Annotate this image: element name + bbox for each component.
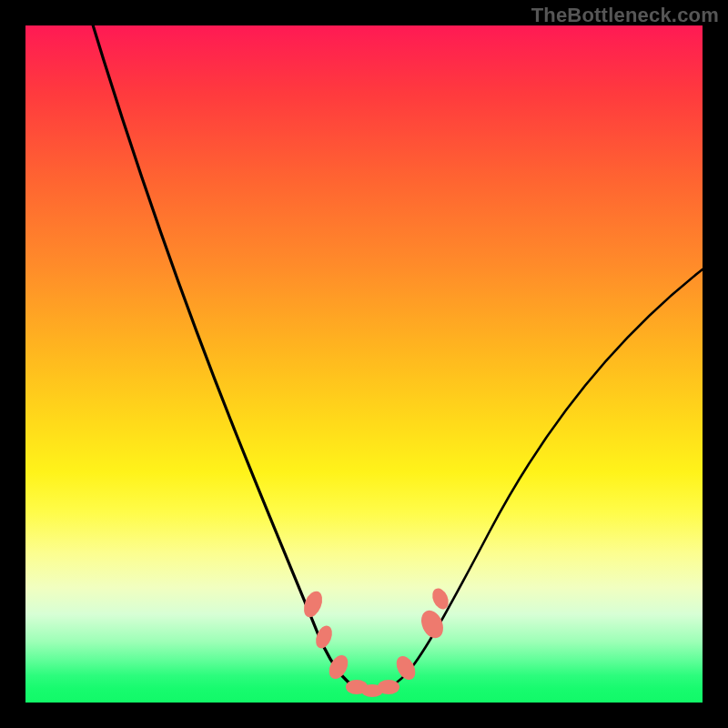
marker [392,652,419,682]
curve-right [368,269,703,692]
watermark-text: TheBottleneck.com [531,4,719,27]
marker [378,680,399,694]
marker [300,589,326,621]
curve-layer [25,25,703,703]
chart-frame: TheBottleneck.com [0,0,728,728]
marker [417,607,447,642]
curve-left [82,0,368,692]
plot-area [25,25,703,703]
